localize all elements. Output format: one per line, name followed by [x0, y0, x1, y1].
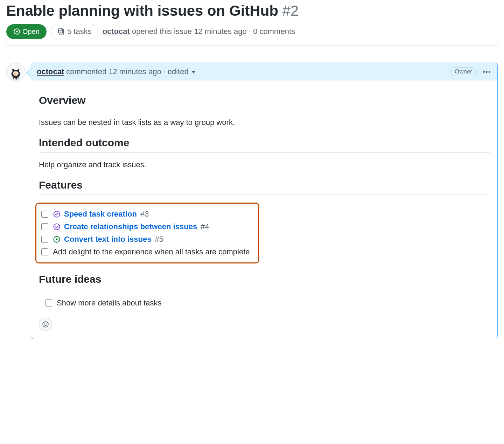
svg-point-1 [16, 31, 18, 33]
add-reaction-button[interactable] [39, 318, 52, 331]
issue-author-link[interactable]: octocat [103, 27, 130, 36]
svg-point-16 [43, 322, 48, 327]
issue-title-text: Enable planning with issues on GitHub [6, 2, 278, 19]
comment-actions-menu[interactable] [482, 70, 492, 74]
svg-rect-11 [18, 77, 19, 79]
role-badge: Owner [450, 67, 477, 76]
task-link[interactable]: Create relationships between issues [64, 222, 197, 231]
task-ref: #4 [201, 222, 209, 231]
overview-text: Issues can be nested in task lists as a … [39, 118, 490, 127]
future-heading: Future ideas [39, 273, 490, 289]
issue-open-icon [13, 28, 20, 35]
task-item: Convert text into issues #5 [39, 233, 255, 246]
separator: · [163, 67, 166, 76]
task-item: Create relationships between issues #4 [39, 220, 255, 233]
edited-dropdown[interactable]: edited [168, 67, 196, 76]
features-tasklist: Speed task creation #3 Create relationsh… [39, 208, 255, 258]
separator: · [249, 27, 253, 36]
issue-state-label: Open [22, 28, 40, 36]
issue-closed-icon [53, 210, 61, 218]
svg-rect-8 [13, 77, 14, 79]
task-checkbox[interactable] [41, 211, 48, 218]
svg-point-18 [46, 324, 47, 324]
task-item: Add delight to the experience when all t… [39, 246, 255, 258]
issue-number: #2 [282, 2, 299, 19]
issue-closed-icon [53, 223, 61, 231]
issue-meta-row: Open 5 tasks octocat opened this issue 1… [6, 24, 498, 46]
svg-point-7 [17, 73, 18, 74]
future-tasklist: Show more details about tasks [39, 297, 490, 309]
issue-state-badge: Open [6, 24, 47, 39]
caret-down-icon [191, 71, 196, 73]
svg-point-15 [56, 239, 58, 241]
comment-header: octocat commented 12 minutes ago · edite… [31, 63, 497, 80]
task-link[interactable]: Convert text into issues [64, 235, 151, 244]
svg-point-6 [14, 73, 15, 74]
overview-heading: Overview [39, 94, 490, 110]
task-checkbox[interactable] [41, 223, 48, 230]
avatar[interactable] [6, 63, 25, 82]
tasks-pill[interactable]: 5 tasks [51, 24, 98, 39]
outcome-heading: Intended outcome [39, 137, 490, 153]
svg-point-17 [44, 324, 45, 324]
comment-time-link[interactable]: 12 minutes ago [108, 67, 161, 76]
task-checkbox[interactable] [45, 299, 52, 306]
opened-text: opened this issue [132, 27, 192, 36]
smiley-icon [42, 321, 49, 328]
edited-label: edited [168, 67, 189, 76]
task-item: Speed task creation #3 [39, 208, 255, 220]
svg-rect-9 [15, 78, 15, 80]
issue-meta-text: octocat opened this issue 12 minutes ago… [103, 27, 295, 36]
outcome-text: Help organize and track issues. [39, 160, 490, 169]
svg-rect-10 [16, 78, 17, 80]
comment-author-link[interactable]: octocat [37, 67, 64, 76]
features-heading: Features [39, 179, 490, 195]
opened-time: 12 minutes ago [194, 27, 246, 36]
task-ref: #3 [140, 210, 149, 219]
task-ref: #5 [155, 235, 163, 244]
issue-open-icon [53, 235, 61, 243]
issue-title: Enable planning with issues on GitHub #2 [6, 2, 498, 20]
task-text: Show more details about tasks [57, 298, 162, 308]
comment-box: octocat commented 12 minutes ago · edite… [31, 63, 498, 339]
octocat-avatar-icon [8, 64, 23, 80]
comment-thread: octocat commented 12 minutes ago · edite… [6, 63, 498, 339]
task-item: Show more details about tasks [39, 297, 490, 309]
task-checkbox[interactable] [41, 236, 48, 243]
task-text: Add delight to the experience when all t… [53, 247, 250, 256]
task-checkbox[interactable] [41, 248, 48, 255]
checklist-icon [57, 28, 64, 35]
commented-text: commented [66, 67, 106, 76]
issue-header: Enable planning with issues on GitHub #2… [6, 0, 498, 46]
tasks-count-label: 5 tasks [67, 27, 92, 36]
comments-count: 0 comments [253, 27, 295, 36]
task-link[interactable]: Speed task creation [64, 210, 137, 219]
comment-body: Overview Issues can be nested in task li… [31, 80, 497, 339]
features-highlight-box: Speed task creation #3 Create relationsh… [35, 203, 259, 263]
